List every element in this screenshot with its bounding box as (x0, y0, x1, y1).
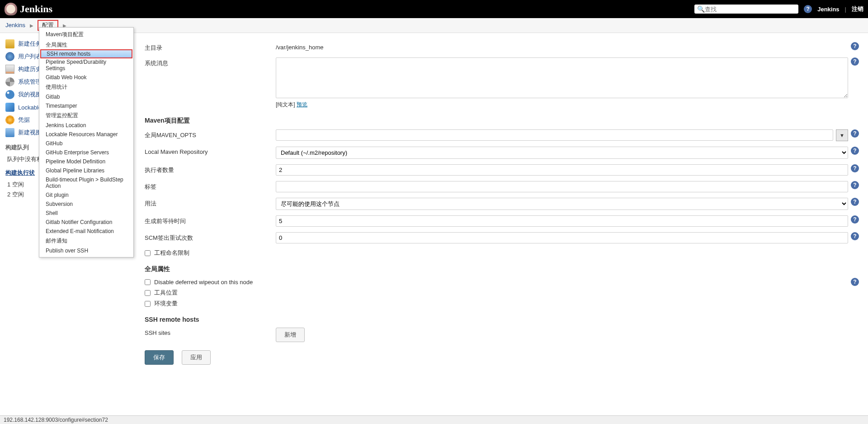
dropdown-item[interactable]: 全局属性 (39, 40, 133, 50)
plain-text-label: [纯文本] (276, 101, 295, 108)
dropdown-item[interactable]: GitHub Enterprise Servers (39, 148, 133, 157)
dropdown-item[interactable]: Publish over SSH (39, 246, 133, 255)
dropdown-item-ssh-hosts[interactable]: SSH remote hosts (40, 49, 132, 58)
dropdown-item[interactable]: 邮件通知 (39, 236, 133, 246)
chevron-right-icon: ▶ (30, 23, 33, 28)
section-ssh: SSH remote hosts (145, 316, 859, 323)
section-dropdown: Maven项目配置 全局属性 SSH remote hosts Pipeline… (39, 27, 134, 257)
dropdown-item[interactable]: Gitlab Notifier Configuration (39, 218, 133, 227)
maven-repo-select[interactable]: Default (~/.m2/repository) (276, 147, 848, 159)
maven-opts-label: 全局MAVEN_OPTS (145, 129, 276, 139)
help-icon[interactable]: ? (851, 42, 859, 50)
sidebar-item-label: 新建视图 (18, 129, 42, 137)
scm-input[interactable] (276, 232, 848, 243)
help-icon[interactable]: ? (851, 215, 859, 224)
usage-label: 用法 (145, 198, 276, 208)
header-link-jenkins[interactable]: Jenkins (817, 6, 839, 13)
apply-button[interactable]: 应用 (182, 350, 211, 365)
maven-opts-input[interactable] (276, 129, 833, 141)
dropdown-item[interactable]: Build-timeout Plugin > BuildStep Action (39, 175, 133, 191)
save-button[interactable]: 保存 (145, 350, 174, 365)
key-icon (5, 115, 14, 124)
scm-label: SCM签出重试次数 (145, 232, 276, 242)
labels-input[interactable] (276, 181, 848, 192)
history-icon (5, 65, 14, 74)
naming-checkbox[interactable] (145, 250, 151, 256)
logout-link[interactable]: 注销 (852, 5, 863, 13)
labels-label: 标签 (145, 181, 276, 191)
env-label: 环境变量 (154, 300, 178, 308)
sidebar-item-label: 系统管理 (18, 78, 42, 86)
dropdown-item[interactable]: Global Pipeline Libraries (39, 166, 133, 175)
quiet-input[interactable] (276, 215, 848, 227)
dropdown-item[interactable]: Gitlab (39, 92, 133, 101)
breadcrumb-root[interactable]: Jenkins (5, 22, 25, 29)
logo[interactable]: Jenkins (5, 3, 52, 15)
sidebar-item-label: 我的视图 (18, 91, 42, 99)
dropdown-item[interactable]: GitHub (39, 139, 133, 148)
env-checkbox[interactable] (145, 301, 151, 307)
gear-icon (5, 77, 14, 86)
help-icon[interactable]: ? (804, 5, 812, 13)
logo-text: Jenkins (20, 3, 52, 15)
dropdown-item[interactable]: Pipeline Model Definition (39, 157, 133, 166)
sysmsg-textarea[interactable] (276, 57, 848, 98)
dropdown-item[interactable]: Jenkins Location (39, 121, 133, 130)
add-ssh-button[interactable]: 新增 (276, 328, 305, 342)
tool-loc-label: 工具位置 (154, 289, 178, 297)
dropdown-item[interactable]: Subversion (39, 200, 133, 209)
sidebar-item-label: Lockable (18, 104, 42, 111)
jenkins-logo-icon (5, 3, 17, 15)
disable-wipe-checkbox[interactable] (145, 279, 151, 285)
home-dir-value: /var/jenkins_home (276, 42, 324, 51)
preview-link[interactable]: 预览 (297, 101, 307, 108)
dropdown-item[interactable]: Maven项目配置 (39, 29, 133, 40)
search-box[interactable]: 🔍 (694, 5, 798, 14)
top-header: Jenkins 🔍 ? Jenkins | 注销 (0, 0, 868, 18)
dropdown-item[interactable]: Git plugin (39, 191, 133, 200)
preview-row: [纯文本] 预览 (276, 101, 859, 109)
help-icon[interactable]: ? (851, 147, 859, 155)
disable-wipe-label: Disable deferred wipeout on this node (154, 279, 253, 286)
view-icon (5, 90, 14, 99)
search-icon: 🔍 (697, 5, 705, 13)
quiet-label: 生成前等待时间 (145, 215, 276, 225)
help-icon[interactable]: ? (851, 278, 859, 286)
sidebar-item-label: 构建历史 (18, 65, 42, 73)
usage-select[interactable]: 尽可能的使用这个节点 (276, 198, 848, 210)
main-content: 主目录 /var/jenkins_home ? 系统消息 ? [纯文本] 预览 … (136, 33, 868, 374)
dropdown-item[interactable]: 使用统计 (39, 82, 133, 92)
section-global-props: 全局属性 (145, 265, 859, 273)
dropdown-item[interactable]: Timestamper (39, 101, 133, 110)
maven-repo-label: Local Maven Repository (145, 147, 276, 155)
tool-loc-checkbox[interactable] (145, 290, 151, 296)
dropdown-item[interactable]: Gitlab Web Hook (39, 73, 133, 82)
dropdown-item[interactable]: Lockable Resources Manager (39, 130, 133, 139)
search-input[interactable] (705, 6, 796, 13)
dropdown-item[interactable]: Extended E-mail Notification (39, 227, 133, 236)
executors-label: 执行者数量 (145, 164, 276, 174)
dropdown-item[interactable]: 管理监控配置 (39, 110, 133, 121)
help-icon[interactable]: ? (851, 232, 859, 240)
home-dir-label: 主目录 (145, 42, 276, 52)
sidebar-item-label: 新建任务 (18, 40, 42, 48)
naming-label: 工程命名限制 (154, 249, 189, 257)
dropdown-item[interactable]: Shell (39, 209, 133, 218)
dropdown-item[interactable]: Pipeline Speed/Durability Settings (39, 57, 133, 73)
expand-button[interactable]: ▼ (836, 129, 848, 141)
sidebar-item-label: 用户列表 (18, 52, 42, 61)
users-icon (5, 52, 14, 61)
help-icon[interactable]: ? (851, 181, 859, 189)
sysmsg-label: 系统消息 (145, 57, 276, 67)
help-icon[interactable]: ? (851, 198, 859, 206)
section-maven: Maven项目配置 (145, 117, 859, 125)
sidebar-item-label: 凭据 (18, 116, 30, 124)
help-icon[interactable]: ? (851, 57, 859, 66)
folder-plus-icon (5, 128, 14, 137)
executors-input[interactable] (276, 164, 848, 176)
new-icon (5, 39, 14, 48)
lock-icon (5, 103, 14, 112)
help-icon[interactable]: ? (851, 129, 859, 138)
help-icon[interactable]: ? (851, 164, 859, 172)
ssh-sites-label: SSH sites (145, 328, 276, 336)
